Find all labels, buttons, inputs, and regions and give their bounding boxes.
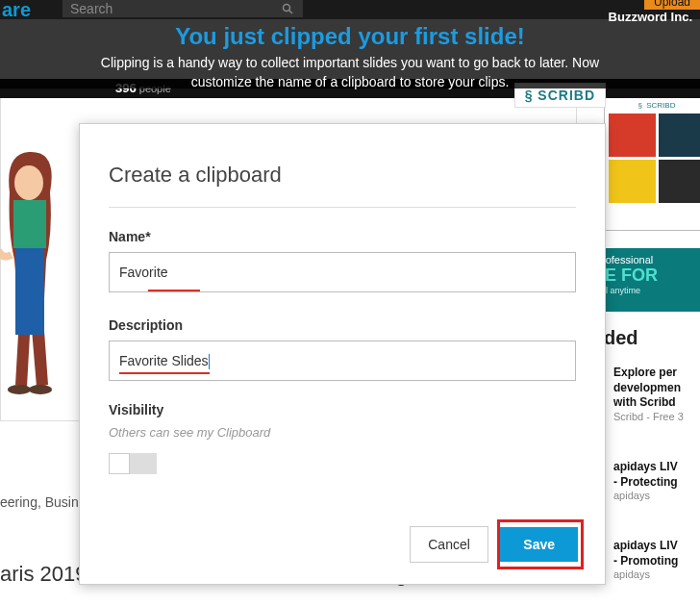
rec-title-line: with Scribd [613,395,700,411]
rec-title-line: Explore per [613,366,700,381]
visibility-field-block: Visibility Others can see my Clipboard [109,402,576,474]
scribd-widget[interactable]: § SCRIBD [604,96,700,231]
recommended-heading: ded [604,327,700,349]
text-cursor [209,354,210,369]
svg-rect-4 [15,248,44,335]
description-input[interactable]: Favorite Slides [109,341,576,381]
svg-point-0 [284,5,290,12]
recommended-item[interactable]: apidays LIV - Promoting apidays [613,539,700,580]
logo-fragment: are [0,0,31,19]
search-icon[interactable] [282,2,293,19]
name-input[interactable] [109,252,576,292]
visibility-subtitle: Others can see my Clipboard [109,425,576,440]
account-label: Buzzword Inc. [609,10,692,24]
svg-point-2 [14,165,43,200]
tags-fragment: eering, Busin [0,494,79,510]
svg-point-6 [29,385,52,394]
modal-buttons: Cancel Save [410,526,578,563]
visibility-toggle[interactable] [109,453,157,474]
name-label: Name* [109,229,576,244]
rec-source: Scribd - Free 3 [613,411,700,422]
divider [109,207,576,208]
widget-tile [609,114,656,157]
recommended-item[interactable]: Explore per developmen with Scribd Scrib… [613,366,700,422]
rec-title-line: apidays LIV [613,460,700,475]
recommended-item[interactable]: apidays LIV - Protecting apidays [613,460,700,501]
spellcheck-underline [119,372,210,374]
widget-tile [659,114,701,157]
rec-source: apidays [613,490,700,501]
header-bar: are Search Upload [0,0,700,19]
search-input[interactable]: Search [62,0,303,17]
spellcheck-underline [148,290,200,291]
svg-point-5 [8,385,31,394]
create-clipboard-modal: Create a clipboard Name* Description Fav… [79,123,606,585]
svg-line-1 [289,11,293,14]
upload-button-fragment[interactable]: Upload [644,0,700,10]
scribd-small-label: SCRIBD [646,101,675,110]
banner-subtitle: Clipping is a handy way to collect impor… [0,54,700,91]
name-field-block: Name* [109,229,576,296]
rec-source: apidays [613,568,700,580]
rec-title-line: developmen [613,381,700,396]
description-field-block: Description Favorite Slides [109,317,576,381]
visibility-label: Visibility [109,402,576,417]
toggle-knob [109,453,130,474]
modal-title: Create a clipboard [109,163,576,188]
cancel-button[interactable]: Cancel [410,526,488,563]
person-illustration [0,144,67,404]
rec-title-line: apidays LIV [613,539,700,554]
description-value: Favorite Slides [119,353,209,368]
banner-title: You just clipped your first slide! [0,23,700,50]
svg-rect-3 [13,200,46,248]
clip-banner: You just clipped your first slide! Clipp… [0,19,700,88]
rec-title-line: - Protecting [613,475,700,491]
widget-tile [609,160,656,203]
save-button[interactable]: Save [500,527,578,562]
description-label: Description [109,317,576,333]
search-placeholder: Search [70,1,112,16]
widget-tile [659,160,701,203]
rec-title-line: - Promoting [613,554,700,569]
